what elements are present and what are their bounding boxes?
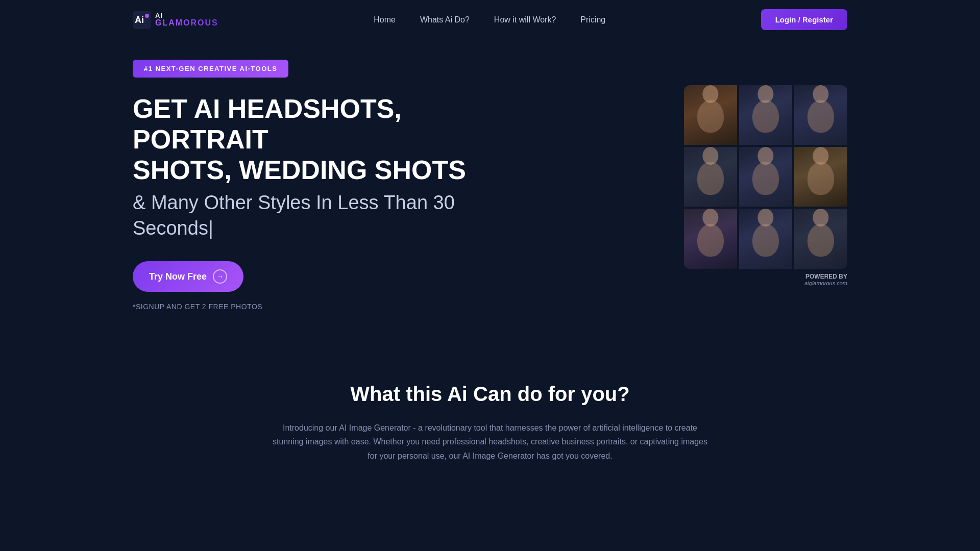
photo-cell-7 bbox=[684, 209, 737, 268]
try-now-free-label: Try Now Free bbox=[149, 271, 207, 282]
photo-cell-2 bbox=[739, 85, 792, 145]
logo-glamorous-text: GLAMOROUS bbox=[155, 19, 218, 27]
hero-left: #1 NEXT-GEN CREATIVE AI-TOOLS GET AI HEA… bbox=[133, 60, 480, 311]
svg-text:Ai: Ai bbox=[135, 15, 144, 25]
nav-links: Home Whats Ai Do? How it will Work? Pric… bbox=[374, 15, 605, 24]
what-ai-heading: What this Ai Can do for you? bbox=[133, 383, 847, 406]
circle-arrow-icon: → bbox=[213, 269, 227, 284]
svg-point-2 bbox=[145, 14, 149, 18]
hero-right: POWERED BY aiglamorous.com bbox=[684, 85, 847, 286]
photo-cell-5 bbox=[739, 147, 792, 207]
photo-cell-3 bbox=[794, 85, 847, 145]
photo-cell-8 bbox=[739, 209, 792, 268]
photo-cell-6 bbox=[794, 147, 847, 207]
what-ai-description: Introducing our AI Image Generator - a r… bbox=[271, 421, 709, 463]
hero-section: #1 NEXT-GEN CREATIVE AI-TOOLS GET AI HEA… bbox=[0, 39, 980, 342]
logo[interactable]: Ai Ai GLAMOROUS bbox=[133, 11, 218, 29]
try-now-free-button[interactable]: Try Now Free → bbox=[133, 261, 243, 292]
photo-cell-9 bbox=[794, 209, 847, 268]
nav-how-it-works[interactable]: How it will Work? bbox=[494, 15, 556, 24]
hero-title: GET AI HEADSHOTS, PORTRAIT SHOTS, WEDDIN… bbox=[133, 94, 480, 185]
what-ai-section: What this Ai Can do for you? Introducing… bbox=[0, 342, 980, 493]
nav-home[interactable]: Home bbox=[374, 15, 396, 24]
powered-by: POWERED BY aiglamorous.com bbox=[684, 273, 847, 286]
signup-note: *SIGNUP AND GET 2 FREE PHOTOS bbox=[133, 303, 262, 311]
hero-badge: #1 NEXT-GEN CREATIVE AI-TOOLS bbox=[133, 60, 288, 78]
hero-subtitle: & Many Other Styles In Less Than 30 Seco… bbox=[133, 190, 480, 241]
photo-cell-1 bbox=[684, 85, 737, 145]
login-register-button[interactable]: Login / Register bbox=[761, 9, 847, 30]
photo-grid bbox=[684, 85, 847, 269]
nav-pricing[interactable]: Pricing bbox=[580, 15, 605, 24]
logo-icon: Ai bbox=[133, 11, 151, 29]
navbar: Ai Ai GLAMOROUS Home Whats Ai Do? How it… bbox=[0, 0, 980, 39]
photo-cell-4 bbox=[684, 147, 737, 207]
nav-whats-ai[interactable]: Whats Ai Do? bbox=[420, 15, 470, 24]
